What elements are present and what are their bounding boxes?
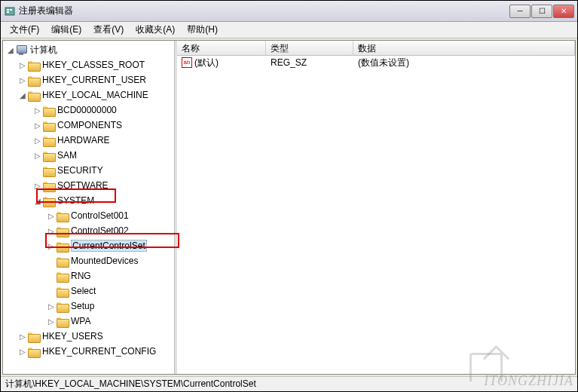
tree-sam[interactable]: ▷ SAM	[3, 148, 174, 163]
expand-spacer	[47, 271, 56, 280]
tree-label: SECURITY	[57, 165, 103, 176]
tree-hklm[interactable]: ◢ HKEY_LOCAL_MACHINE	[3, 87, 174, 103]
tree-wpa[interactable]: ▷ WPA	[3, 314, 174, 329]
folder-icon	[43, 195, 55, 206]
app-icon	[4, 5, 16, 17]
expand-icon[interactable]: ▷	[47, 226, 56, 235]
maximize-button[interactable]: ☐	[531, 5, 552, 18]
tree-security[interactable]: SECURITY	[3, 163, 174, 178]
cell-data: (数值未设置)	[353, 56, 575, 70]
menu-view[interactable]: 查看(V)	[87, 22, 130, 38]
tree-cs1[interactable]: ▷ ControlSet001	[3, 208, 174, 223]
tree-hku[interactable]: ▷ HKEY_USERS	[3, 329, 174, 344]
col-data[interactable]: 数据	[353, 41, 575, 55]
expand-icon[interactable]: ▷	[33, 106, 42, 115]
cell-type: REG_SZ	[266, 57, 353, 69]
expand-icon[interactable]: ▷	[33, 181, 42, 190]
expand-icon[interactable]: ▷	[33, 151, 42, 160]
folder-icon	[43, 165, 55, 176]
titlebar[interactable]: 注册表编辑器 ─ ☐ ✕	[1, 1, 577, 22]
value-name: (默认)	[194, 57, 219, 68]
menu-edit[interactable]: 编辑(E)	[45, 22, 87, 38]
tree-label: HKEY_CURRENT_CONFIG	[42, 346, 156, 357]
folder-icon	[28, 75, 40, 85]
folder-icon	[28, 346, 40, 357]
window-title: 注册表编辑器	[19, 5, 509, 17]
tree-bcd[interactable]: ▷ BCD00000000	[3, 103, 174, 118]
menu-help[interactable]: 帮助(H)	[181, 22, 224, 38]
list-row[interactable]: ab(默认) REG_SZ (数值未设置)	[177, 56, 575, 69]
expand-icon[interactable]: ▷	[47, 241, 56, 250]
window-controls: ─ ☐ ✕	[509, 5, 574, 18]
tree-hkcc[interactable]: ▷ HKEY_CURRENT_CONFIG	[3, 344, 174, 359]
tree-rng[interactable]: RNG	[3, 268, 174, 283]
expand-icon[interactable]: ▷	[33, 121, 42, 130]
menu-file[interactable]: 文件(F)	[4, 22, 45, 38]
collapse-icon[interactable]: ◢	[6, 45, 15, 54]
status-path: 计算机\HKEY_LOCAL_MACHINE\SYSTEM\CurrentCon…	[5, 378, 256, 390]
tree-software[interactable]: ▷ SOFTWARE	[3, 178, 174, 193]
tree-label: HKEY_CURRENT_USER	[42, 75, 146, 85]
expand-icon[interactable]: ▷	[18, 75, 27, 84]
tree-label: HKEY_CLASSES_ROOT	[42, 60, 145, 70]
col-name[interactable]: 名称	[177, 41, 266, 55]
cell-name: ab(默认)	[177, 56, 266, 70]
tree-label: WPA	[71, 316, 90, 326]
registry-editor-window: 注册表编辑器 ─ ☐ ✕ 文件(F) 编辑(E) 查看(V) 收藏夹(A) 帮助…	[0, 0, 578, 392]
tree-label: SYSTEM	[57, 195, 94, 206]
list-header: 名称 类型 数据	[177, 41, 575, 56]
tree-label-selected: CurrentControlSet	[71, 240, 147, 252]
expand-spacer	[47, 286, 56, 296]
tree-system[interactable]: ◢ SYSTEM	[3, 193, 174, 208]
tree-select[interactable]: Select	[3, 283, 174, 299]
folder-icon	[57, 286, 69, 296]
tree-label-computer: 计算机	[30, 44, 57, 57]
list-body[interactable]: ab(默认) REG_SZ (数值未设置)	[177, 56, 575, 374]
tree-label: HKEY_LOCAL_MACHINE	[42, 90, 148, 100]
tree-components[interactable]: ▷ COMPONENTS	[3, 118, 174, 133]
collapse-icon[interactable]: ◢	[18, 90, 27, 100]
collapse-icon[interactable]: ◢	[33, 196, 42, 205]
menubar: 文件(F) 编辑(E) 查看(V) 收藏夹(A) 帮助(H)	[1, 22, 577, 38]
folder-icon	[43, 120, 55, 130]
tree-root[interactable]: ◢ 计算机	[3, 42, 174, 57]
svg-rect-3	[10, 9, 12, 11]
tree-label: HARDWARE	[57, 135, 110, 145]
expand-icon[interactable]: ▷	[47, 211, 56, 220]
tree-ccs[interactable]: ▷ CurrentControlSet	[3, 238, 174, 253]
expand-spacer	[47, 256, 56, 265]
minimize-button[interactable]: ─	[509, 5, 531, 18]
expand-icon[interactable]: ▷	[18, 60, 27, 69]
tree-hkcu[interactable]: ▷ HKEY_CURRENT_USER	[3, 72, 174, 87]
folder-icon	[57, 225, 69, 236]
folder-icon	[57, 316, 69, 326]
tree-panel[interactable]: ◢ 计算机 ▷ HKEY_CLASSES_ROOT ▷ HKEY_CURRENT…	[3, 41, 175, 374]
expand-icon[interactable]: ▷	[18, 347, 27, 356]
expand-icon[interactable]: ▷	[18, 332, 27, 341]
close-button[interactable]: ✕	[553, 5, 574, 18]
folder-icon	[28, 90, 40, 100]
expand-icon[interactable]: ▷	[33, 136, 42, 145]
tree-label: HKEY_USERS	[42, 331, 103, 341]
tree-label: ControlSet001	[71, 210, 129, 221]
tree-hardware[interactable]: ▷ HARDWARE	[3, 133, 174, 148]
list-panel: 名称 类型 数据 ab(默认) REG_SZ (数值未设置)	[177, 41, 575, 374]
tree-hkcr[interactable]: ▷ HKEY_CLASSES_ROOT	[3, 57, 174, 72]
folder-icon	[43, 150, 55, 161]
svg-rect-2	[7, 11, 9, 13]
col-type[interactable]: 类型	[266, 41, 353, 55]
folder-icon	[43, 135, 55, 145]
tree-setup[interactable]: ▷ Setup	[3, 299, 174, 314]
expand-icon[interactable]: ▷	[47, 317, 56, 326]
tree-cs2[interactable]: ▷ ControlSet002	[3, 223, 174, 238]
tree-label: COMPONENTS	[57, 120, 122, 130]
menu-favorites[interactable]: 收藏夹(A)	[130, 22, 181, 38]
folder-icon	[57, 210, 69, 221]
tree-label: Select	[71, 286, 96, 296]
svg-rect-0	[5, 8, 14, 15]
expand-icon[interactable]: ▷	[47, 302, 56, 311]
folder-icon	[43, 105, 55, 115]
computer-icon	[16, 44, 28, 55]
tree-mounted[interactable]: MountedDevices	[3, 253, 174, 268]
statusbar: 计算机\HKEY_LOCAL_MACHINE\SYSTEM\CurrentCon…	[1, 376, 577, 391]
